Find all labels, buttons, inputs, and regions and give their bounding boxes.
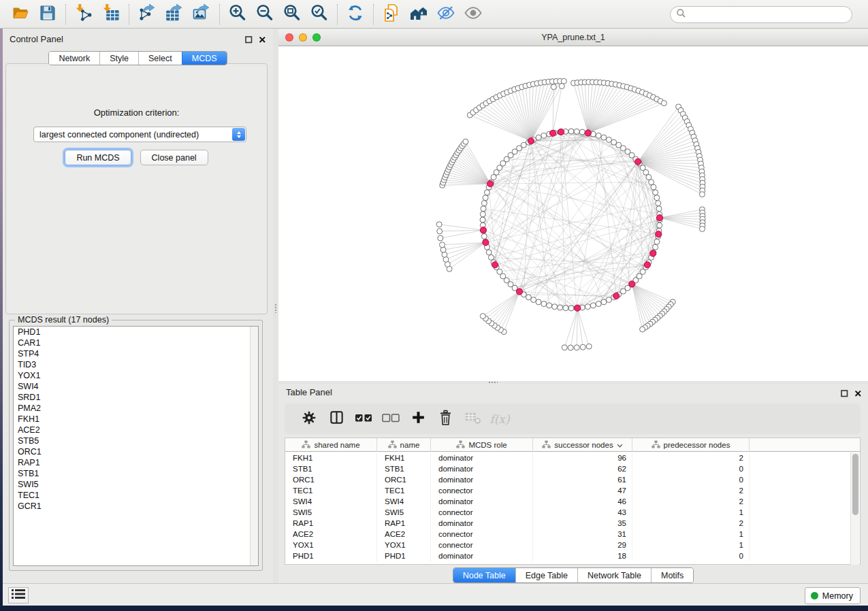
graph-dominator-node[interactable] xyxy=(549,130,556,136)
network-view-canvas[interactable] xyxy=(278,46,868,381)
graph-node[interactable] xyxy=(536,299,541,305)
mcds-result-list[interactable]: PHD1CAR1STP4TID3YOX1SWI4SRD1PMA2FKH1ACE2… xyxy=(13,326,259,566)
zoom-in-button[interactable] xyxy=(224,2,251,27)
import-table-button[interactable] xyxy=(97,2,125,27)
graph-node[interactable] xyxy=(551,84,556,90)
graph-dominator-node[interactable] xyxy=(492,262,498,268)
table-row[interactable]: ACE2ACE2connector311 xyxy=(285,529,860,540)
show-column-panel-button[interactable] xyxy=(323,406,350,433)
graph-dominator-node[interactable] xyxy=(650,250,656,257)
mcds-result-item[interactable]: SRD1 xyxy=(14,392,258,403)
mcds-result-item[interactable]: STB5 xyxy=(14,435,258,446)
graph-node[interactable] xyxy=(653,244,658,250)
table-row[interactable]: FKH1FKH1dominator962 xyxy=(285,452,860,463)
delete-column-button[interactable] xyxy=(432,406,459,433)
table-row[interactable]: STB1STB1dominator620 xyxy=(285,463,860,474)
table-row[interactable]: ORC1ORC1dominator610 xyxy=(285,474,860,485)
graph-node[interactable] xyxy=(488,254,494,260)
zoom-fit-button[interactable] xyxy=(278,2,306,27)
graph-node[interactable] xyxy=(481,206,486,212)
tab-edge-table[interactable]: Edge Table xyxy=(515,568,577,582)
graph-node[interactable] xyxy=(480,217,485,222)
table-row[interactable]: YOX1YOX1connector291 xyxy=(285,540,860,550)
task-history-button[interactable] xyxy=(8,587,29,604)
graph-dominator-node[interactable] xyxy=(613,293,620,299)
table-row[interactable]: RAP1RAP1dominator352 xyxy=(285,518,860,529)
graph-node[interactable] xyxy=(657,222,662,228)
export-image-button[interactable] xyxy=(188,2,215,27)
graph-node[interactable] xyxy=(438,235,443,241)
graph-dominator-node[interactable] xyxy=(480,227,486,233)
hide-unselected-button[interactable] xyxy=(432,2,460,27)
graph-dominator-node[interactable] xyxy=(644,262,650,268)
graph-node[interactable] xyxy=(661,101,666,106)
graph-node[interactable] xyxy=(437,229,443,234)
graph-node[interactable] xyxy=(536,135,541,140)
graph-node[interactable] xyxy=(601,299,607,305)
mcds-result-item[interactable]: GCR1 xyxy=(14,501,258,512)
deselect-all-rows-button[interactable] xyxy=(377,406,404,433)
tab-select[interactable]: Select xyxy=(138,52,182,65)
mcds-result-item[interactable]: CAR1 xyxy=(14,337,258,348)
graph-dominator-node[interactable] xyxy=(585,130,591,136)
graph-dominator-node[interactable] xyxy=(629,281,635,287)
graph-node[interactable] xyxy=(552,304,558,310)
graph-node[interactable] xyxy=(541,301,547,307)
graph-dominator-node[interactable] xyxy=(487,181,494,187)
float-panel-icon[interactable] xyxy=(841,388,848,400)
graph-node[interactable] xyxy=(563,306,568,311)
graph-dominator-node[interactable] xyxy=(528,138,534,144)
mcds-result-item[interactable]: ORC1 xyxy=(14,446,258,457)
column-header-predecessor-nodes[interactable]: predecessor nodes xyxy=(632,438,750,452)
graph-node[interactable] xyxy=(699,192,705,197)
mcds-result-item[interactable]: ACE2 xyxy=(14,425,258,435)
graph-node[interactable] xyxy=(481,233,487,239)
graph-node[interactable] xyxy=(654,195,660,201)
run-mcds-button[interactable]: Run MCDS xyxy=(65,150,131,165)
zoom-selected-button[interactable] xyxy=(306,2,333,27)
close-panel-icon[interactable] xyxy=(259,34,266,46)
graph-node[interactable] xyxy=(484,190,489,195)
tab-node-table[interactable]: Node Table xyxy=(453,568,515,582)
graph-node[interactable] xyxy=(574,345,579,350)
graph-node[interactable] xyxy=(590,303,596,308)
graph-node[interactable] xyxy=(568,129,574,134)
search-input[interactable] xyxy=(686,8,852,22)
table-scrollbar-thumb[interactable] xyxy=(852,454,858,515)
graph-node[interactable] xyxy=(483,195,488,201)
graph-node[interactable] xyxy=(480,314,485,319)
graph-node[interactable] xyxy=(596,301,601,307)
graph-dominator-node[interactable] xyxy=(635,159,641,165)
graph-dominator-node[interactable] xyxy=(558,129,564,135)
graph-node[interactable] xyxy=(653,190,658,195)
graph-node[interactable] xyxy=(580,344,585,350)
column-header-name[interactable]: name xyxy=(377,438,431,452)
graph-dominator-node[interactable] xyxy=(575,305,581,311)
table-scrollbar[interactable] xyxy=(850,452,859,565)
mcds-result-item[interactable]: SWI5 xyxy=(14,479,258,490)
graph-node[interactable] xyxy=(562,345,567,350)
mcds-result-item[interactable]: PHD1 xyxy=(14,327,258,337)
mcds-result-item[interactable]: TEC1 xyxy=(14,490,258,501)
export-network-button[interactable] xyxy=(133,2,161,27)
export-session-network-button[interactable] xyxy=(378,2,405,27)
graph-node[interactable] xyxy=(649,180,654,185)
graph-node[interactable] xyxy=(440,242,445,248)
float-panel-icon[interactable] xyxy=(245,34,253,46)
graph-node[interactable] xyxy=(606,297,611,303)
graph-dominator-node[interactable] xyxy=(656,231,662,237)
mcds-list-scrollbar[interactable] xyxy=(250,327,258,565)
graph-node[interactable] xyxy=(440,247,446,252)
graph-dominator-node[interactable] xyxy=(483,240,489,246)
table-row[interactable]: PHD1PHD1dominator180 xyxy=(285,550,860,561)
tab-motifs[interactable]: Motifs xyxy=(651,568,693,582)
add-column-button[interactable] xyxy=(404,406,432,433)
graph-node[interactable] xyxy=(558,305,563,310)
graph-node[interactable] xyxy=(579,129,585,135)
mcds-result-item[interactable]: FKH1 xyxy=(14,414,258,425)
graph-node[interactable] xyxy=(640,327,645,332)
graph-node[interactable] xyxy=(480,212,485,217)
graph-dominator-node[interactable] xyxy=(656,215,662,221)
mcds-result-item[interactable]: RAP1 xyxy=(14,457,258,468)
graph-node[interactable] xyxy=(654,239,660,244)
